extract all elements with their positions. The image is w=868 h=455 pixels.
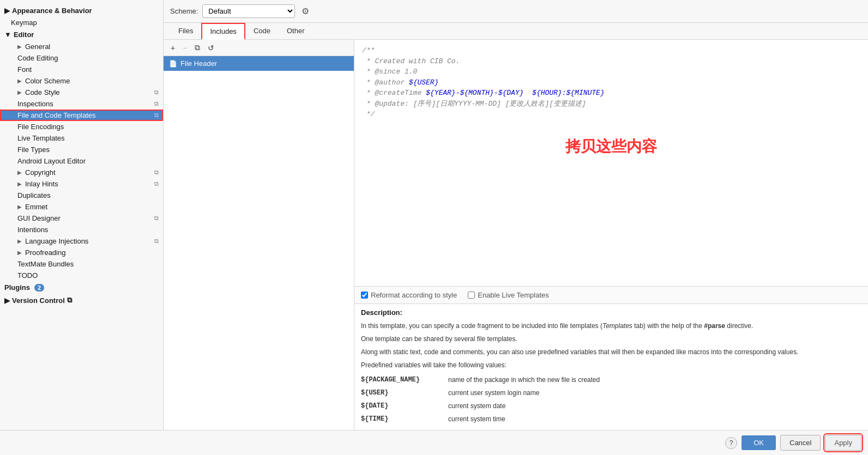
bottom-options: Reformat according to style Enable Live … xyxy=(354,286,868,304)
add-template-button[interactable]: + xyxy=(168,43,178,53)
live-templates-checkbox-label[interactable]: Enable Live Templates xyxy=(468,291,549,299)
scheme-bar: Scheme: Default Project Default ⚙ xyxy=(164,0,868,23)
tab-includes[interactable]: Includes xyxy=(201,23,245,40)
sidebar-item-copyright[interactable]: ▶ Copyright ⧉ xyxy=(0,167,163,178)
sidebar-item-code-style[interactable]: ▶ Code Style ⧉ xyxy=(0,87,163,98)
sidebar-item-inlay-hints[interactable]: ▶ Inlay Hints ⧉ xyxy=(0,178,163,190)
sidebar-item-language-injections[interactable]: ▶ Language Injections ⧉ xyxy=(0,235,163,247)
sidebar-item-gui-designer[interactable]: GUI Designer ⧉ xyxy=(0,213,163,224)
table-row: ${PACKAGE_NAME} name of the package in w… xyxy=(361,373,861,386)
reset-template-button[interactable]: ↺ xyxy=(205,43,217,53)
var-name: ${USER} xyxy=(361,386,448,399)
sidebar-item-plugins[interactable]: Plugins 2 xyxy=(0,281,163,294)
var-desc: name of the package in which the new fil… xyxy=(448,373,861,386)
var-desc: current system time xyxy=(448,412,861,426)
split-panel: + − ⧉ ↺ 📄 File Header /** xyxy=(164,40,868,430)
description-content: In this template, you can specify a code… xyxy=(354,319,868,430)
live-templates-checkbox[interactable] xyxy=(468,292,475,299)
desc-para-3: Along with static text, code and comment… xyxy=(361,347,861,357)
chevron-right-icon: ▶ xyxy=(17,250,22,256)
template-item-file-header[interactable]: 📄 File Header xyxy=(164,56,354,71)
description-title: Description: xyxy=(354,304,868,319)
reformat-checkbox-label[interactable]: Reformat according to style xyxy=(361,291,457,299)
gear-button[interactable]: ⚙ xyxy=(299,5,311,17)
chevron-right-icon: ▶ xyxy=(17,78,22,84)
sidebar-item-file-types[interactable]: File Types xyxy=(0,144,163,155)
var-name: ${TIME} xyxy=(361,412,448,426)
sidebar: ▶ Appearance & Behavior Keymap ▼ Editor … xyxy=(0,0,164,430)
chevron-down-icon: ▼ xyxy=(4,31,11,39)
sidebar-item-intentions[interactable]: Intentions xyxy=(0,224,163,235)
main-container: ▶ Appearance & Behavior Keymap ▼ Editor … xyxy=(0,0,868,430)
sidebar-item-general[interactable]: ▶ General xyxy=(0,41,163,52)
scheme-select[interactable]: Default Project Default xyxy=(202,4,295,18)
copy-icon: ⧉ xyxy=(154,215,159,222)
template-list: 📄 File Header xyxy=(164,56,354,430)
var-name: ${PACKAGE_NAME} xyxy=(361,373,448,386)
tabs-bar: Files Includes Code Other xyxy=(164,23,868,40)
watermark-text: 拷贝这些内容 xyxy=(362,120,860,175)
chevron-right-icon: ▶ xyxy=(4,7,10,15)
apply-button[interactable]: Apply xyxy=(825,435,861,451)
sidebar-item-inspections[interactable]: Inspections ⧉ xyxy=(0,98,163,110)
chevron-right-icon: ▶ xyxy=(17,44,22,50)
code-editor[interactable]: /** * Created with CIB Co. * @since 1.0 … xyxy=(354,40,868,286)
sidebar-item-textmate-bundles[interactable]: TextMate Bundles xyxy=(0,258,163,270)
chevron-right-icon: ▶ xyxy=(17,89,22,95)
ok-button[interactable]: OK xyxy=(742,435,776,450)
sidebar-item-android-layout-editor[interactable]: Android Layout Editor xyxy=(0,155,163,167)
reformat-checkbox[interactable] xyxy=(361,292,368,299)
sidebar-item-duplicates[interactable]: Duplicates xyxy=(0,190,163,201)
copy-icon: ⧉ xyxy=(154,180,159,187)
tab-code[interactable]: Code xyxy=(245,23,279,40)
desc-para-1: In this template, you can specify a code… xyxy=(361,321,861,331)
content-area: Scheme: Default Project Default ⚙ Files … xyxy=(164,0,868,430)
table-row: ${TIME} current system time xyxy=(361,412,861,426)
var-desc: current user system login name xyxy=(448,386,861,399)
chevron-right-icon: ▶ xyxy=(17,238,22,244)
sidebar-item-todo[interactable]: TODO xyxy=(0,270,163,281)
sidebar-item-version-control[interactable]: ▶ Version Control ⧉ xyxy=(0,294,163,307)
var-name: ${DATE} xyxy=(361,399,448,412)
sidebar-item-editor[interactable]: ▼ Editor xyxy=(0,28,163,41)
sidebar-item-emmet[interactable]: ▶ Emmet xyxy=(0,201,163,213)
footer: ? OK Cancel Apply xyxy=(0,430,868,455)
copy-icon: ⧉ xyxy=(154,100,159,107)
copy-icon: ⧉ xyxy=(154,112,159,119)
help-button[interactable]: ? xyxy=(725,437,737,449)
copy-icon: ⧉ xyxy=(154,238,159,245)
sidebar-item-code-editing[interactable]: Code Editing xyxy=(0,52,163,64)
scheme-label: Scheme: xyxy=(170,7,198,15)
chevron-right-icon: ▶ xyxy=(17,169,22,175)
table-row: ${DATE} current system date xyxy=(361,399,861,412)
sidebar-item-live-templates[interactable]: Live Templates xyxy=(0,132,163,144)
desc-para-4: Predefined variables will take the follo… xyxy=(361,360,861,370)
cancel-button[interactable]: Cancel xyxy=(780,435,821,451)
copy-template-button[interactable]: ⧉ xyxy=(192,42,203,53)
tab-other[interactable]: Other xyxy=(279,23,313,40)
template-toolbar: + − ⧉ ↺ xyxy=(164,40,354,56)
copy-icon: ⧉ xyxy=(154,89,159,96)
right-panel: /** * Created with CIB Co. * @since 1.0 … xyxy=(354,40,868,430)
chevron-right-icon: ▶ xyxy=(17,204,22,210)
sidebar-item-file-and-code-templates[interactable]: File and Code Templates ⧉ xyxy=(0,110,163,121)
copy-icon: ⧉ xyxy=(67,296,72,305)
description-area: Description: In this template, you can s… xyxy=(354,304,868,430)
sidebar-item-file-encodings[interactable]: File Encodings xyxy=(0,121,163,132)
tab-files[interactable]: Files xyxy=(170,23,201,40)
plugins-badge: 2 xyxy=(34,284,44,292)
var-desc: current system date xyxy=(448,399,861,412)
file-icon: 📄 xyxy=(169,60,177,68)
chevron-right-icon: ▶ xyxy=(4,296,10,305)
desc-para-2: One template can be shared by several fi… xyxy=(361,334,861,344)
copy-icon: ⧉ xyxy=(154,169,159,176)
sidebar-item-keymap[interactable]: Keymap xyxy=(0,17,163,28)
table-row: ${USER} current user system login name xyxy=(361,386,861,399)
sidebar-item-appearance[interactable]: ▶ Appearance & Behavior xyxy=(0,4,163,17)
variables-table: ${PACKAGE_NAME} name of the package in w… xyxy=(361,373,861,426)
sidebar-item-font[interactable]: Font xyxy=(0,64,163,75)
sidebar-item-color-scheme[interactable]: ▶ Color Scheme xyxy=(0,75,163,87)
sidebar-item-proofreading[interactable]: ▶ Proofreading xyxy=(0,247,163,258)
remove-template-button[interactable]: − xyxy=(180,43,190,53)
left-panel: + − ⧉ ↺ 📄 File Header xyxy=(164,40,354,430)
